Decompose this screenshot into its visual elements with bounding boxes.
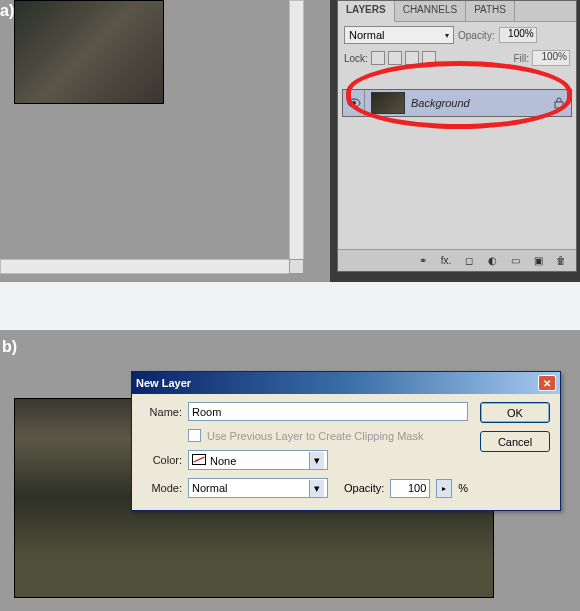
- layer-row-background[interactable]: Background: [342, 89, 572, 117]
- new-layer-icon[interactable]: ▣: [531, 254, 545, 268]
- label-b: b): [2, 338, 17, 356]
- blend-mode-value: Normal: [349, 29, 384, 41]
- none-swatch-icon: [192, 454, 206, 465]
- percent-label: %: [458, 482, 468, 494]
- svg-point-1: [352, 101, 356, 105]
- chevron-down-icon: ▾: [309, 452, 324, 469]
- fx-icon[interactable]: fx.: [439, 254, 453, 268]
- close-button[interactable]: ✕: [538, 375, 556, 391]
- fill-value[interactable]: 100%: [532, 50, 570, 66]
- lock-label: Lock:: [344, 53, 368, 64]
- mode-select[interactable]: Normal ▾: [188, 478, 328, 498]
- clipping-mask-checkbox[interactable]: [188, 429, 201, 442]
- dialog-title: New Layer: [136, 377, 538, 389]
- eye-icon: [347, 98, 361, 108]
- adjustment-icon[interactable]: ◐: [485, 254, 499, 268]
- blend-mode-select[interactable]: Normal ▾: [344, 26, 454, 44]
- cancel-button[interactable]: Cancel: [480, 431, 550, 452]
- chevron-down-icon: ▾: [445, 31, 449, 40]
- mode-value: Normal: [192, 482, 227, 494]
- group-icon[interactable]: ▭: [508, 254, 522, 268]
- tab-paths[interactable]: PATHS: [466, 1, 515, 21]
- link-icon[interactable]: ⚭: [416, 254, 430, 268]
- label-a: a): [0, 2, 14, 20]
- opacity-value[interactable]: 100%: [499, 27, 537, 43]
- chevron-down-icon: ▾: [309, 480, 324, 497]
- tab-layers[interactable]: LAYERS: [338, 1, 395, 22]
- new-layer-dialog: New Layer ✕ Name: Use Previous Layer to …: [131, 371, 561, 511]
- close-icon: ✕: [543, 378, 551, 389]
- panel-footer: ⚭ fx. ◻ ◐ ▭ ▣ 🗑: [338, 249, 576, 271]
- clipping-mask-label: Use Previous Layer to Create Clipping Ma…: [207, 430, 423, 442]
- opacity-label: Opacity:: [458, 30, 495, 41]
- resize-corner[interactable]: [289, 259, 304, 274]
- svg-rect-2: [555, 102, 563, 108]
- lock-transparency-icon[interactable]: [371, 51, 385, 65]
- lock-icon: [553, 97, 565, 109]
- section-a: a) 忆缘设计论坛 WWW.MISSYUAN.COM LAYERS CHANNE…: [0, 0, 580, 282]
- panel-tabs: LAYERS CHANNELS PATHS: [338, 1, 576, 22]
- layer-thumbnail[interactable]: [371, 92, 405, 114]
- name-input[interactable]: [188, 402, 468, 421]
- lock-position-icon[interactable]: [405, 51, 419, 65]
- ok-button[interactable]: OK: [480, 402, 550, 423]
- fill-label: Fill:: [513, 53, 529, 64]
- dialog-buttons: OK Cancel: [480, 402, 550, 452]
- lock-pixels-icon[interactable]: [388, 51, 402, 65]
- canvas-image[interactable]: [14, 0, 164, 104]
- opacity-stepper[interactable]: ▸: [436, 479, 452, 498]
- layer-name[interactable]: Background: [411, 97, 470, 109]
- color-select[interactable]: None ▾: [188, 450, 328, 470]
- opacity-input[interactable]: [390, 479, 430, 498]
- scrollbar-vertical[interactable]: [289, 0, 304, 264]
- dialog-titlebar[interactable]: New Layer ✕: [132, 372, 560, 394]
- tab-channels[interactable]: CHANNELS: [395, 1, 466, 21]
- scrollbar-horizontal[interactable]: [0, 259, 304, 274]
- trash-icon[interactable]: 🗑: [554, 254, 568, 268]
- color-value: None: [192, 454, 236, 467]
- panel-dock: LAYERS CHANNELS PATHS Normal ▾ Opacity: …: [330, 0, 580, 282]
- layers-panel: LAYERS CHANNELS PATHS Normal ▾ Opacity: …: [337, 0, 577, 272]
- name-label: Name:: [142, 406, 182, 418]
- color-label: Color:: [142, 454, 182, 466]
- mode-label: Mode:: [142, 482, 182, 494]
- mask-icon[interactable]: ◻: [462, 254, 476, 268]
- section-gap: [0, 282, 580, 330]
- layer-list: Background: [338, 89, 576, 249]
- lock-row: Lock: Fill: 100%: [338, 48, 576, 68]
- opacity-label: Opacity:: [344, 482, 384, 494]
- blend-row: Normal ▾ Opacity: 100%: [338, 22, 576, 48]
- visibility-toggle[interactable]: [343, 90, 365, 116]
- lock-all-icon[interactable]: [422, 51, 436, 65]
